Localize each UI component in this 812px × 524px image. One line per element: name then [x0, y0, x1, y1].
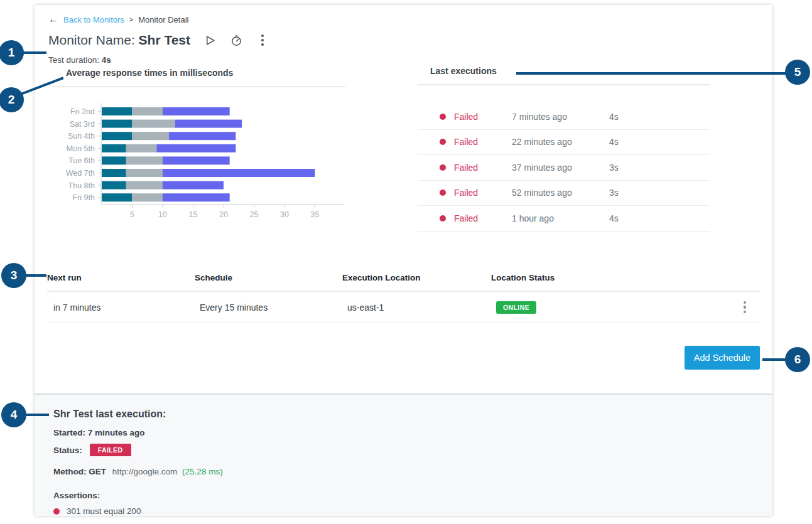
execution-row[interactable]: Failed 7 minutes ago 4s — [418, 104, 710, 130]
method-line: Method: GET http://google.com (25.28 ms) — [53, 467, 754, 476]
svg-text:10: 10 — [158, 210, 167, 219]
callout-4-line — [24, 414, 49, 416]
next-run-value: in 7 minutes — [53, 302, 200, 313]
execution-time: 22 minutes ago — [512, 137, 609, 147]
failed-dot-icon — [440, 190, 446, 196]
svg-text:Sat 3rd: Sat 3rd — [70, 120, 95, 129]
status-label: Status: — [53, 446, 82, 455]
svg-text:15: 15 — [189, 210, 198, 219]
col-schedule: Schedule — [195, 273, 342, 282]
test-duration-value: 4s — [102, 55, 111, 65]
started-value: 7 minutes ago — [88, 428, 145, 437]
monitor-detail-card: ← Back to Monitors > Monitor Detail Moni… — [35, 5, 772, 516]
add-schedule-button[interactable]: Add Schedule — [685, 346, 760, 370]
failed-dot-icon — [440, 164, 446, 171]
breadcrumb-separator: > — [129, 16, 133, 23]
history-button[interactable] — [229, 33, 243, 47]
stopwatch-icon — [230, 35, 242, 46]
last-executions-panel: Last executions Failed 7 minutes ago 4s … — [418, 66, 710, 232]
failed-dot-icon — [440, 139, 446, 145]
svg-text:35: 35 — [311, 210, 320, 219]
monitor-name-value: Shr Test — [139, 33, 190, 47]
test-duration-label: Test duration: — [48, 55, 99, 65]
execution-row[interactable]: Failed 37 minutes ago 3s — [418, 155, 710, 181]
schedule-table-header: Next run Schedule Execution Location Loc… — [47, 273, 760, 292]
callout-5-line — [516, 72, 788, 75]
execution-status: Failed — [454, 163, 512, 173]
page-title: Monitor Name: Shr Test — [48, 33, 190, 48]
latency-value: (25.28 ms) — [182, 467, 223, 476]
breadcrumb: ← Back to Monitors > Monitor Detail — [48, 14, 188, 25]
response-times-panel: Average response times in milliseconds 5… — [53, 68, 345, 224]
execution-status: Failed — [454, 188, 512, 198]
method-label: Method: GET — [53, 467, 106, 476]
execution-time: 7 minutes ago — [512, 112, 609, 122]
assertions-label: Assertions: — [53, 491, 754, 500]
callout-6-line — [762, 358, 788, 361]
started-line: Started: 7 minutes ago — [53, 428, 754, 437]
svg-text:5: 5 — [130, 210, 134, 219]
kebab-icon — [261, 35, 264, 37]
callout-2: 2 — [0, 87, 24, 112]
monitor-options-menu[interactable] — [256, 33, 269, 47]
svg-text:Wed 7th: Wed 7th — [66, 169, 95, 178]
execution-duration: 3s — [609, 188, 619, 198]
last-executions-title: Last executions — [418, 66, 710, 85]
svg-text:30: 30 — [280, 210, 289, 219]
last-execution-heading: Shr Test last execution: — [53, 409, 754, 420]
assertion-item: 301 must equal 200 — [53, 506, 754, 516]
schedule-value: Every 15 minutes — [200, 302, 347, 313]
col-location-status: Location Status — [491, 273, 555, 282]
started-label: Started: — [53, 428, 85, 437]
failed-dot-icon — [440, 215, 446, 222]
execution-duration: 4s — [609, 213, 619, 223]
online-status-badge: ONLINE — [496, 301, 536, 314]
col-execution-location: Execution Location — [342, 273, 491, 282]
monitor-detail-page: ← Back to Monitors > Monitor Detail Moni… — [0, 0, 812, 524]
execution-time: 37 minutes ago — [512, 163, 609, 173]
failed-status-badge: FAILED — [90, 444, 131, 456]
svg-text:Fri 9th: Fri 9th — [73, 193, 95, 202]
execution-status: Failed — [454, 213, 512, 223]
response-time-chart: 5101520253035Fri 2ndSat 3rdSun 4thMon 5t… — [53, 95, 345, 222]
failed-dot-icon — [440, 114, 446, 120]
svg-text:20: 20 — [219, 210, 228, 219]
execution-row[interactable]: Failed 1 hour ago 4s — [418, 206, 710, 232]
col-next-run: Next run — [47, 273, 195, 282]
svg-text:25: 25 — [250, 210, 259, 219]
callout-3: 3 — [1, 263, 26, 288]
back-to-monitors-link[interactable]: Back to Monitors — [63, 15, 124, 24]
svg-text:Thu 8th: Thu 8th — [68, 181, 95, 190]
play-icon — [204, 35, 216, 46]
callout-6: 6 — [785, 347, 810, 372]
chart-title: Average response times in milliseconds — [53, 68, 345, 87]
execution-row[interactable]: Failed 52 minutes ago 3s — [418, 181, 710, 206]
execution-duration: 3s — [609, 163, 619, 173]
run-monitor-button[interactable] — [203, 33, 217, 47]
callout-4: 4 — [1, 402, 26, 427]
execution-status: Failed — [454, 137, 512, 147]
svg-text:Tue 6th: Tue 6th — [68, 156, 95, 165]
test-duration: Test duration: 4s — [48, 55, 111, 65]
monitor-name-label: Monitor Name: — [48, 33, 135, 47]
failed-assertion-dot-icon — [53, 508, 60, 515]
kebab-icon — [744, 301, 747, 304]
title-row: Monitor Name: Shr Test — [48, 33, 269, 48]
schedule-row-menu[interactable] — [744, 301, 747, 314]
execution-duration: 4s — [609, 137, 619, 147]
execution-time: 1 hour ago — [512, 213, 609, 223]
execution-row[interactable]: Failed 22 minutes ago 4s — [418, 130, 710, 156]
back-arrow-icon[interactable]: ← — [48, 14, 58, 25]
callout-5: 5 — [785, 60, 810, 85]
executions-list: Failed 7 minutes ago 4s Failed 22 minute… — [418, 104, 710, 232]
svg-text:Sun 4th: Sun 4th — [68, 132, 95, 141]
schedule-row: in 7 minutes Every 15 minutes us-east-1 … — [47, 292, 760, 323]
request-url: http://google.com — [112, 467, 178, 476]
execution-duration: 4s — [609, 112, 619, 122]
callout-1-line — [21, 51, 46, 54]
callout-3-line — [24, 274, 46, 277]
execution-time: 52 minutes ago — [512, 188, 609, 198]
last-execution-summary: Shr Test last execution: Started: 7 minu… — [35, 393, 772, 516]
execution-status: Failed — [454, 112, 512, 122]
schedule-table: Next run Schedule Execution Location Loc… — [47, 273, 760, 323]
